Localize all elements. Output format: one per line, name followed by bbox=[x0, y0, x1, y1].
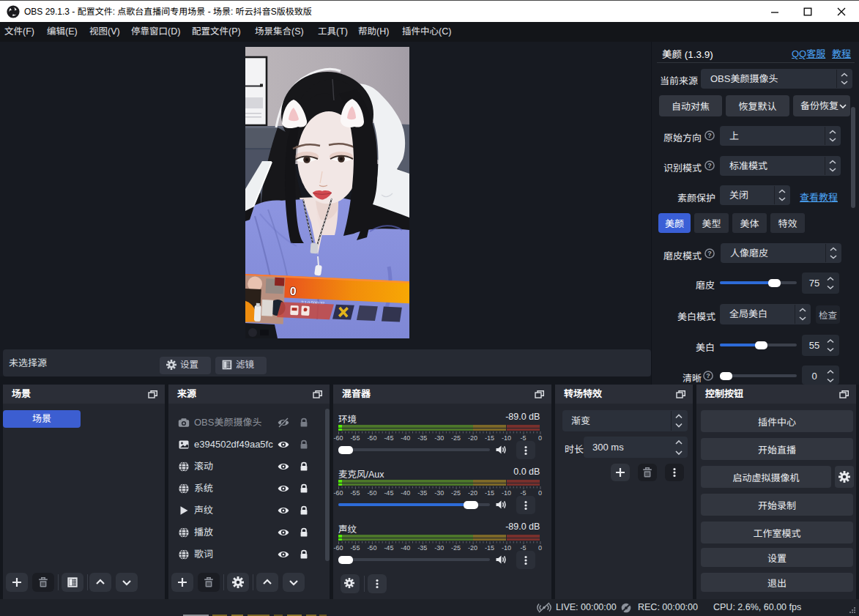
svg-text:?: ? bbox=[707, 250, 712, 257]
svg-text:?: ? bbox=[707, 132, 712, 139]
svg-text:0: 0 bbox=[289, 285, 297, 297]
svg-text:?: ? bbox=[707, 162, 712, 169]
svg-text:?: ? bbox=[706, 372, 710, 379]
